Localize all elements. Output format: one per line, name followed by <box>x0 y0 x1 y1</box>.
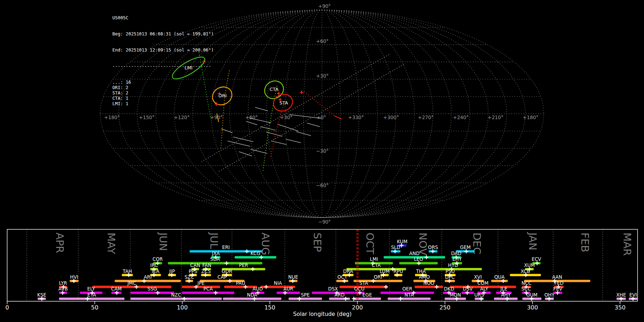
longitude-label: +180° <box>523 114 538 120</box>
shower-label-ELY: ELY <box>87 286 96 292</box>
shower-label-DAD: DAD <box>451 251 462 256</box>
shower-label-HYD: HYD <box>448 263 458 268</box>
meteor-trail <box>246 121 257 125</box>
latitude-label: +60° <box>316 38 328 44</box>
latitude-label: +30° <box>316 73 328 79</box>
shower-label-PER: PER <box>239 263 248 268</box>
peak-marker-NZC <box>182 297 186 301</box>
shower-bar-SSG <box>131 292 174 294</box>
shower-label-GDR: GDR <box>221 269 232 274</box>
longitude-label: +30° <box>280 114 292 120</box>
sporadic-meteor-trails <box>221 107 321 156</box>
axis-tick-label: 200 <box>352 304 363 311</box>
peak-marker-SDA <box>225 261 229 265</box>
shower-label-NZC: NZC <box>171 292 181 298</box>
shower-label-SSG: SSG <box>147 286 157 292</box>
shower-label-DRA: DRA <box>343 269 353 274</box>
peak-marker-PCA <box>214 291 218 295</box>
shower-label-MON: MON <box>450 292 461 298</box>
drift-trail <box>221 70 229 150</box>
shower-label-ARI: ARI <box>144 274 152 280</box>
radiant-label-STA: STA <box>279 100 288 106</box>
shower-label-CTA: CTA <box>372 263 381 268</box>
shower-label-AMO: AMO <box>419 274 430 280</box>
meteor-trail <box>286 139 301 143</box>
shower-label-STA: STA <box>359 280 368 286</box>
shower-label-AND: AND <box>409 251 420 256</box>
count-line: LMI: 1 <box>112 101 214 106</box>
peak-marker-PER <box>251 267 255 271</box>
shower-label-ECV: ECV <box>532 257 541 262</box>
meteor-trail <box>250 149 267 153</box>
shower-label-SLD: SLD <box>391 245 400 250</box>
month-label-MAR: MAR <box>621 233 633 256</box>
month-label-JUN: JUN <box>157 232 169 251</box>
meteor-radiant-app: +180°+150°+120°+90°+60°+30°+0°+330°+300°… <box>0 0 644 322</box>
peak-marker-EGE <box>352 297 356 301</box>
meteor-trail <box>221 129 233 133</box>
shower-bar-JPE <box>182 286 220 288</box>
shower-label-ALY: ALY <box>480 286 489 292</box>
shower-label-SPE: SPE <box>301 292 310 298</box>
shower-bar-DSX <box>312 292 354 294</box>
sky-map-and-timeline-canvas: +180°+150°+120°+90°+60°+30°+0°+330°+300°… <box>0 0 644 322</box>
shower-label-DSX: DSX <box>328 286 338 292</box>
shower-label-FED: FED <box>554 280 564 286</box>
shower-label-PAU: PAU <box>236 280 245 286</box>
longitude-label: +330° <box>348 114 364 120</box>
month-label-SEP: SEP <box>311 233 323 252</box>
shower-label-OCU: OCU <box>354 286 365 292</box>
north-pole-label: +90° <box>318 3 331 9</box>
shower-bar-ETA <box>59 298 125 300</box>
shower-bar-PCA <box>182 292 234 294</box>
shower-row: ERISLDORSGEM <box>190 245 475 253</box>
longitude-label: +240° <box>453 114 469 120</box>
meteor-trail <box>255 107 268 111</box>
longitude-label: +270° <box>418 114 434 120</box>
shower-label-QUA: QUA <box>494 274 505 280</box>
shower-label-LMI: LMI <box>370 257 378 262</box>
shower-label-XVI: XVI <box>474 274 482 280</box>
month-label-FEB: FEB <box>579 233 591 252</box>
shower-label-JLE: JLE <box>500 286 508 292</box>
month-label-JAN: JAN <box>527 232 539 250</box>
shower-label-SDA: SDA <box>210 257 220 262</box>
shower-label-FAN: FAN <box>203 263 211 268</box>
shower-label-KCG: KCG <box>250 251 260 256</box>
axis-tick-label: 100 <box>177 304 188 311</box>
shower-label-GUM: GUM <box>526 292 537 298</box>
peak-marker-NTA <box>399 297 402 301</box>
shower-label-LYR: LYR <box>59 280 67 286</box>
shower-label-ORI: ORI <box>374 274 382 280</box>
meteor-trail <box>260 127 275 130</box>
shower-label-CAN: CAN <box>190 263 200 268</box>
shower-label-XCB: XCB <box>521 269 530 274</box>
shower-bar-SPE <box>289 298 322 300</box>
shower-label-NIA: NIA <box>274 280 282 286</box>
meteor-marker <box>300 91 303 94</box>
shower-label-NCC: NCC <box>522 280 532 286</box>
shower-label-JXA: JXA <box>211 251 220 256</box>
shower-label-CAP: CAP <box>218 274 227 280</box>
latitude-label: −30° <box>316 148 328 154</box>
shower-label-FEV: FEV <box>553 286 562 292</box>
shower-bar-JMC <box>92 286 171 288</box>
shower-label-DSV: DSV <box>463 286 473 292</box>
shower-bar-EGE <box>353 298 381 300</box>
shower-label-AAN: AAN <box>552 274 562 280</box>
shower-label-ETA: ETA <box>87 292 96 298</box>
shower-label-EHY: EHY <box>452 257 462 262</box>
shower-label-EGE: EGE <box>362 292 372 298</box>
shower-bar-NOO <box>415 286 443 288</box>
count-line: STA: 2 <box>112 90 214 96</box>
shower-label-XUM: XUM <box>524 263 535 268</box>
latitude-label: −60° <box>316 182 328 188</box>
shower-label-JMC: JMC <box>127 280 136 286</box>
axis-tick-label: 150 <box>264 304 275 311</box>
meteor-trail <box>249 118 271 123</box>
drift-trail <box>201 54 389 162</box>
shower-label-JPE: JPE <box>197 280 205 286</box>
shower-label-CAM: CAM <box>111 286 122 292</box>
month-label-APR: APR <box>54 233 66 253</box>
shower-label-THA: THA <box>416 269 426 274</box>
